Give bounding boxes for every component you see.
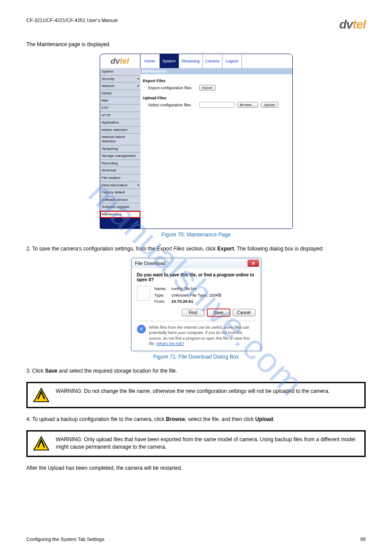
shield-icon: ? xyxy=(137,325,146,334)
warning-box-1: WARNING: Do not change the file name, ot… xyxy=(26,382,366,408)
after-upload-text: After the Upload has been completed, the… xyxy=(26,464,366,472)
sidebar-item-motion[interactable]: Motion detection xyxy=(100,127,140,134)
browse-button[interactable]: Browse… xyxy=(237,102,259,108)
file-icon xyxy=(137,286,150,301)
close-icon[interactable]: ✕ xyxy=(248,260,259,267)
sidebar-item-factory[interactable]: Factory default xyxy=(100,189,140,196)
file-meta: Name: config_file.bin Type: Unknown File… xyxy=(155,286,222,305)
sidebar-item-storage[interactable]: Storage management xyxy=(100,152,140,160)
warning-1-text: WARNING: Do not change the file name, ot… xyxy=(56,388,359,395)
sidebar-item-ftp[interactable]: FTP xyxy=(100,105,140,112)
save-button[interactable]: Save xyxy=(207,309,230,316)
sidebar: System Security Network DDNS Mail FTP HT… xyxy=(100,68,140,229)
figure-70-caption: Figure 70: Maintenance Page xyxy=(26,232,366,238)
sidebar-item-maintenance[interactable]: Maintenance xyxy=(100,211,140,218)
whats-the-risk-link[interactable]: What's the risk? xyxy=(156,341,184,346)
footer-page-number: 99 xyxy=(360,537,366,542)
upload-row-label: Select configuration files xyxy=(148,103,197,107)
sidebar-item-recording[interactable]: Recording xyxy=(100,160,140,167)
sidebar-item-fileloc[interactable]: File location xyxy=(100,174,140,182)
sidebar-item-mail[interactable]: Mail xyxy=(100,97,140,105)
main-panel: Maintenance Export Files Export configur… xyxy=(140,68,292,229)
sidebar-item-swversion[interactable]: Software version xyxy=(100,196,140,204)
tab-camera[interactable]: Camera xyxy=(203,54,223,68)
export-button[interactable]: Export xyxy=(199,85,216,91)
tab-logout[interactable]: Logout xyxy=(223,54,242,68)
figure-71-caption: Figure 71: File Download Dialog Box xyxy=(26,354,366,360)
sidebar-item-tampering[interactable]: Tampering xyxy=(100,145,140,153)
sidebar-item-viewinfo[interactable]: View information xyxy=(100,182,140,189)
dvtel-logo: dvtel xyxy=(339,18,366,32)
sidebar-item-http[interactable]: HTTP xyxy=(100,112,140,120)
sidebar-item-security[interactable]: Security xyxy=(100,76,140,83)
export-heading: Export Files xyxy=(143,79,290,83)
file-download-dialog: File Download ✕ Do you want to save this… xyxy=(131,258,261,351)
logo-dv: dv xyxy=(339,18,353,31)
tab-streaming[interactable]: Streaming xyxy=(179,54,203,68)
dialog-title: File Download xyxy=(135,261,166,266)
sidebar-item-application[interactable]: Application xyxy=(100,119,140,127)
logo-tel: tel xyxy=(352,18,366,31)
warning-icon xyxy=(33,436,50,451)
tab-spacer xyxy=(242,54,292,68)
step-3: 3. Click Save and select the required st… xyxy=(26,367,366,375)
sidebar-item-ddns[interactable]: DDNS xyxy=(100,90,140,98)
security-warning-text: While files from the Internet can be use… xyxy=(149,325,255,346)
sidebar-item-swupgrade[interactable]: Software upgrade xyxy=(100,203,140,211)
doc-title: CF-3211/CF-4221/CF-4251 User's Manual xyxy=(26,18,118,23)
tab-system[interactable]: System xyxy=(160,54,179,68)
sidebar-item-netfail[interactable]: Network failure detection xyxy=(100,134,140,145)
upload-heading: Upload Files xyxy=(143,96,290,100)
footer-left: Configuring the System Tab Settings xyxy=(26,537,104,542)
dialog-question: Do you want to save this file, or find a… xyxy=(137,272,255,282)
cancel-button[interactable]: Cancel xyxy=(233,309,255,316)
warning-icon xyxy=(33,388,50,403)
export-row-label: Export configuration files xyxy=(148,86,197,90)
main-section-title: Maintenance xyxy=(140,68,292,74)
find-button[interactable]: Find xyxy=(182,309,205,316)
step-4: 4. To upload a backup configuration file… xyxy=(26,415,366,423)
maintenance-page-screenshot: dvtel Home System Streaming Camera Logou… xyxy=(100,54,293,229)
cam-logo: dvtel xyxy=(100,54,140,68)
warning-2-text: WARNING: Only upload files that have bee… xyxy=(56,436,359,451)
sidebar-item-system[interactable]: System xyxy=(100,68,140,76)
sidebar-item-network[interactable]: Network xyxy=(100,83,140,90)
warning-box-2: WARNING: Only upload files that have bee… xyxy=(26,430,366,457)
intro-text: The Maintenance page is displayed. xyxy=(26,40,366,48)
step-2: 2. To save the camera's configuration se… xyxy=(26,245,366,253)
sidebar-item-schedule[interactable]: Schedule xyxy=(100,167,140,174)
upload-file-input[interactable] xyxy=(199,102,234,108)
upload-button[interactable]: Upload xyxy=(261,102,278,108)
tab-home[interactable]: Home xyxy=(140,54,160,68)
